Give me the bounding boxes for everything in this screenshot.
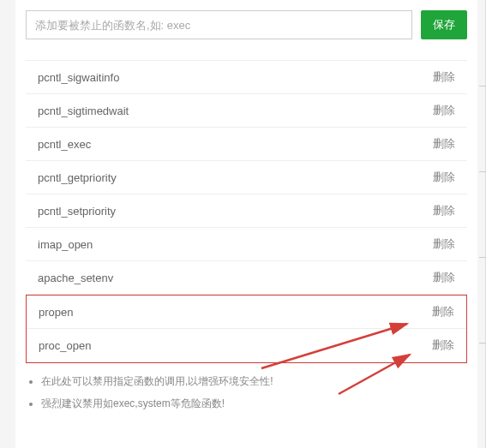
function-name: pcntl_exec xyxy=(38,138,91,151)
function-name: pcntl_getpriority xyxy=(38,171,117,184)
function-row: pcntl_getpriority删除 xyxy=(26,161,467,194)
delete-link[interactable]: 删除 xyxy=(433,136,455,152)
function-name-input[interactable] xyxy=(26,10,412,39)
function-name: propen xyxy=(39,306,73,319)
delete-link[interactable]: 删除 xyxy=(433,236,455,252)
save-button[interactable]: 保存 xyxy=(421,10,467,39)
function-name: pcntl_sigtimedwait xyxy=(38,105,129,117)
divider-tick xyxy=(479,171,486,172)
divider-tick xyxy=(479,343,486,343)
divider-tick xyxy=(479,86,486,87)
delete-link[interactable]: 删除 xyxy=(433,170,455,185)
function-name: pcntl_setpriority xyxy=(38,205,116,218)
function-name: imap_open xyxy=(38,238,93,251)
tip-item: 在此处可以禁用指定函数的调用,以增强环境安全性! xyxy=(41,373,467,389)
tips-list: 在此处可以禁用指定函数的调用,以增强环境安全性! 强烈建议禁用如exec,sys… xyxy=(15,363,477,411)
delete-link[interactable]: 删除 xyxy=(432,304,454,320)
function-row: proc_open删除 xyxy=(27,329,466,362)
function-row: pcntl_sigtimedwait删除 xyxy=(26,94,467,128)
delete-link[interactable]: 删除 xyxy=(433,270,455,285)
divider-tick xyxy=(479,257,486,258)
delete-link[interactable]: 删除 xyxy=(433,203,455,218)
function-row: pcntl_sigwaitinfo删除 xyxy=(26,61,467,94)
function-row: pcntl_setpriority删除 xyxy=(26,194,467,228)
function-name: apache_setenv xyxy=(38,272,113,284)
function-name: proc_open xyxy=(39,339,91,352)
highlighted-group: propen删除proc_open删除 xyxy=(26,295,467,363)
delete-link[interactable]: 删除 xyxy=(432,337,454,353)
delete-link[interactable]: 删除 xyxy=(433,103,455,118)
function-row: apache_setenv删除 xyxy=(26,261,467,295)
function-name: pcntl_sigwaitinfo xyxy=(38,71,119,84)
function-row: pcntl_sigprocmask删除 xyxy=(26,55,467,61)
function-row: imap_open删除 xyxy=(26,228,467,261)
function-row: pcntl_exec删除 xyxy=(26,128,467,161)
function-row: propen删除 xyxy=(27,296,466,329)
tip-item: 强烈建议禁用如exec,system等危险函数! xyxy=(41,396,467,411)
function-list[interactable]: pcntl_sigprocmask删除pcntl_sigwaitinfo删除pc… xyxy=(26,55,467,363)
delete-link[interactable]: 删除 xyxy=(433,69,455,85)
